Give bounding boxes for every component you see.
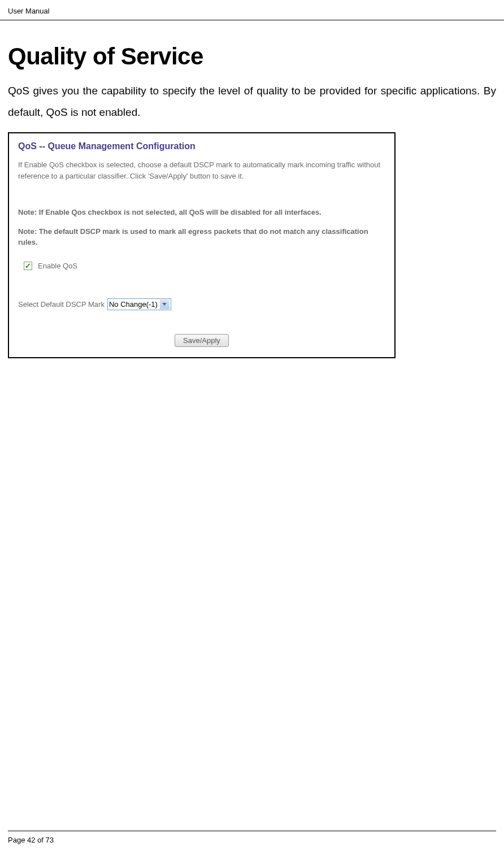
page-title: Quality of Service: [8, 43, 496, 70]
chevron-down-icon: [160, 299, 170, 309]
checkmark-icon: ✓: [25, 262, 31, 270]
intro-paragraph: QoS gives you the capability to specify …: [8, 80, 496, 123]
button-row: Save/Apply: [18, 334, 385, 347]
enable-qos-label: Enable QoS: [38, 262, 77, 270]
document-header: User Manual: [0, 0, 504, 20]
page-number: Page 42 of 73: [8, 836, 54, 844]
dscp-select-value: No Change(-1): [109, 300, 158, 309]
enable-qos-checkbox[interactable]: ✓: [24, 262, 32, 270]
dscp-select-label: Select Default DSCP Mark: [18, 300, 105, 309]
config-description: If Enable QoS checkbox is selected, choo…: [18, 159, 385, 181]
dscp-select-dropdown[interactable]: No Change(-1): [107, 298, 171, 310]
header-title: User Manual: [8, 7, 50, 15]
dscp-select-row: Select Default DSCP Mark No Change(-1): [18, 298, 385, 310]
enable-qos-row: ✓ Enable QoS: [24, 262, 385, 270]
config-note-1: Note: If Enable Qos checkbox is not sele…: [18, 207, 385, 218]
document-content: Quality of Service QoS gives you the cap…: [0, 20, 504, 358]
config-note-2: Note: The default DSCP mark is used to m…: [18, 226, 385, 248]
save-apply-button[interactable]: Save/Apply: [175, 334, 229, 347]
document-footer: Page 42 of 73: [8, 831, 496, 844]
qos-config-panel: QoS -- Queue Management Configuration If…: [8, 132, 396, 358]
config-panel-title: QoS -- Queue Management Configuration: [18, 141, 385, 151]
